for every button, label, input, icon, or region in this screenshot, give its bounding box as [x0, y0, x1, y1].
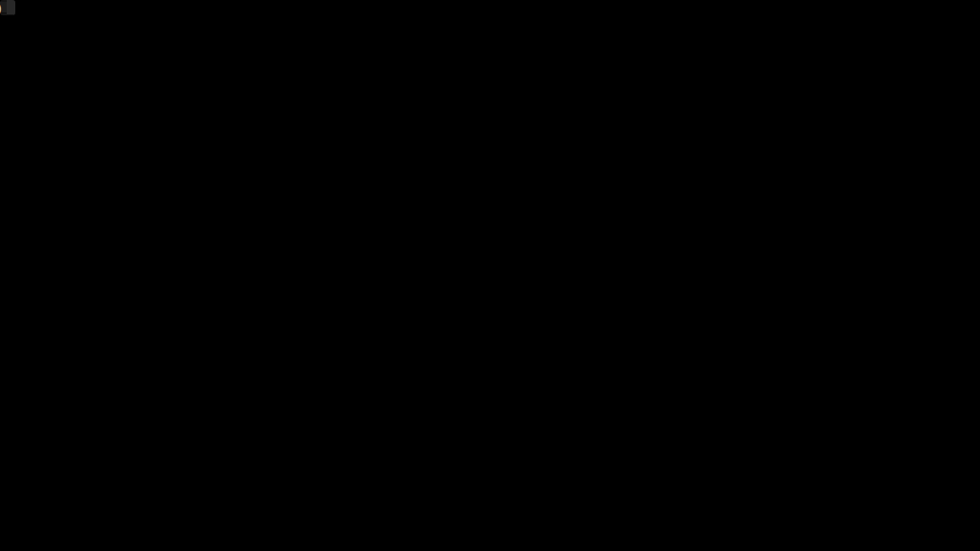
after-effects-window: Ae Adobe After Effects 2020 - 无标题项目.aep … — [0, 0, 15, 15]
menu-item[interactable]: 帮助(H) — [0, 2, 7, 13]
toolbar: ⌂▶✥⚲↻⇆▭✒T✎⊚◪✂⍟ 对齐 ≫ 默认了解标准小屏幕AE基础 ≫ — [7, 0, 15, 15]
menubar: 文件(F)编辑(E)合成(C)图层(L)效果(T)动画(A)视图(V)窗口帮助(… — [0, 2, 7, 13]
home-icon[interactable]: ⌂ — [12, 0, 15, 14]
toolbar-tools: ⌂▶✥⚲↻⇆▭✒T✎⊚◪✂⍟ — [12, 0, 15, 14]
